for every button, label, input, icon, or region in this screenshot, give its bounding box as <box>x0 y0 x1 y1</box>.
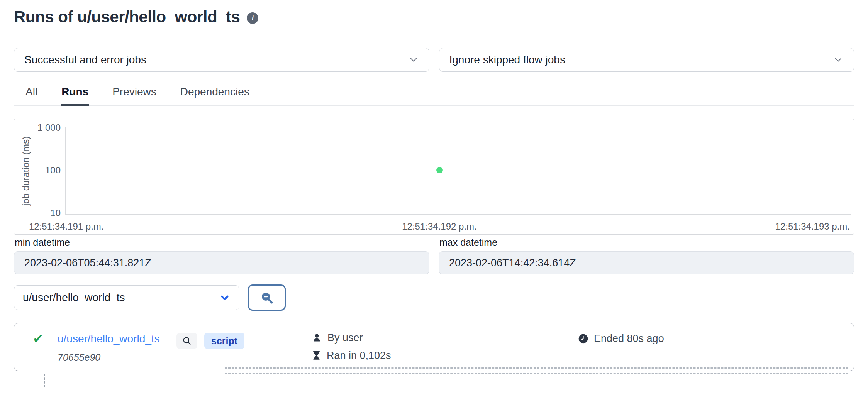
info-icon[interactable]: i <box>247 12 258 24</box>
runs-page: Runs of u/user/hello_world_ts i Successf… <box>0 0 868 396</box>
min-datetime-label: min datetime <box>15 237 429 248</box>
timeline-dashed-connector <box>44 374 45 387</box>
job-status-select-value: Successful and error jobs <box>24 54 146 66</box>
page-title: Runs of u/user/hello_world_ts <box>14 8 240 26</box>
magnifier-icon <box>182 336 192 346</box>
run-list-item[interactable]: ✔ u/user/hello_world_ts script 70655e90 … <box>14 323 854 371</box>
runs-duration-chart[interactable]: job duration (ms) 1 000 100 10 12:51:34.… <box>14 119 854 235</box>
min-datetime-group: min datetime <box>14 237 429 274</box>
job-status-select[interactable]: Successful and error jobs <box>14 48 429 72</box>
run-path-link[interactable]: u/user/hello_world_ts <box>58 333 160 345</box>
tab-previews[interactable]: Previews <box>112 83 157 105</box>
y-axis-line <box>65 127 66 214</box>
script-path-select-value: u/user/hello_world_ts <box>23 291 125 304</box>
run-author-text: By user <box>327 332 363 344</box>
tab-dependencies[interactable]: Dependencies <box>180 83 250 105</box>
success-check-icon: ✔ <box>33 333 43 345</box>
x-axis-line <box>65 214 851 215</box>
job-kind-badge: script <box>204 333 244 349</box>
next-row-skeleton-border <box>225 367 848 369</box>
search-runs-button[interactable] <box>248 284 286 311</box>
x-tick: 12:51:34.192 p.m. <box>402 221 476 232</box>
chevron-down-icon <box>408 54 419 65</box>
run-ended-text: Ended 80s ago <box>594 333 664 345</box>
run-list-footer <box>14 371 854 396</box>
script-path-select[interactable]: u/user/hello_world_ts <box>14 285 239 310</box>
run-hash: 70655e90 <box>58 352 100 363</box>
x-tick: 12:51:34.193 p.m. <box>775 221 850 232</box>
max-datetime-label: max datetime <box>439 237 854 248</box>
run-duration-text: Ran in 0,102s <box>327 350 391 362</box>
filter-row: Successful and error jobs Ignore skipped… <box>14 48 854 72</box>
run-author: By user <box>312 332 363 344</box>
x-tick: 12:51:34.191 p.m. <box>29 221 103 232</box>
page-header: Runs of u/user/hello_world_ts i <box>14 6 854 28</box>
chevron-down-icon <box>833 54 844 65</box>
run-duration: Ran in 0,102s <box>312 350 391 362</box>
y-tick: 10 <box>30 208 61 218</box>
person-icon <box>312 333 322 343</box>
chevron-down-icon <box>219 292 231 303</box>
y-tick: 100 <box>30 165 61 176</box>
max-datetime-field[interactable] <box>439 251 854 274</box>
hourglass-icon <box>312 350 321 361</box>
tab-all[interactable]: All <box>25 83 38 105</box>
script-picker-row: u/user/hello_world_ts <box>14 284 854 311</box>
tab-bar: All Runs Previews Dependencies <box>14 83 854 106</box>
y-tick: 1 000 <box>30 122 61 133</box>
flow-jobs-select-value: Ignore skipped flow jobs <box>449 54 565 66</box>
max-datetime-group: max datetime <box>439 237 854 274</box>
datetime-filter-row: min datetime max datetime <box>14 237 854 274</box>
flow-jobs-select[interactable]: Ignore skipped flow jobs <box>439 48 854 72</box>
min-datetime-field[interactable] <box>14 251 429 274</box>
run-ended: Ended 80s ago <box>578 333 664 345</box>
run-data-point[interactable] <box>436 167 443 173</box>
clock-icon <box>578 333 588 344</box>
tab-runs[interactable]: Runs <box>61 83 89 106</box>
zoom-search-icon <box>259 290 274 305</box>
inspect-run-button[interactable] <box>176 333 197 349</box>
